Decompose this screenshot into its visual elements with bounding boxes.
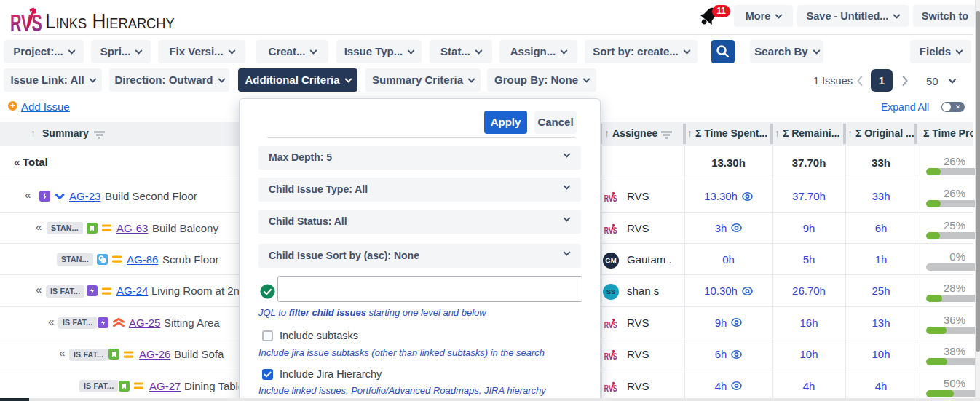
svg-text:RVS: RVS bbox=[604, 225, 617, 235]
svg-text:RVS: RVS bbox=[604, 383, 617, 393]
svg-text:RVS: RVS bbox=[10, 10, 42, 35]
svg-text:RVS: RVS bbox=[604, 319, 617, 330]
svg-text:RVS: RVS bbox=[604, 193, 617, 203]
svg-text:RVS: RVS bbox=[604, 351, 617, 361]
